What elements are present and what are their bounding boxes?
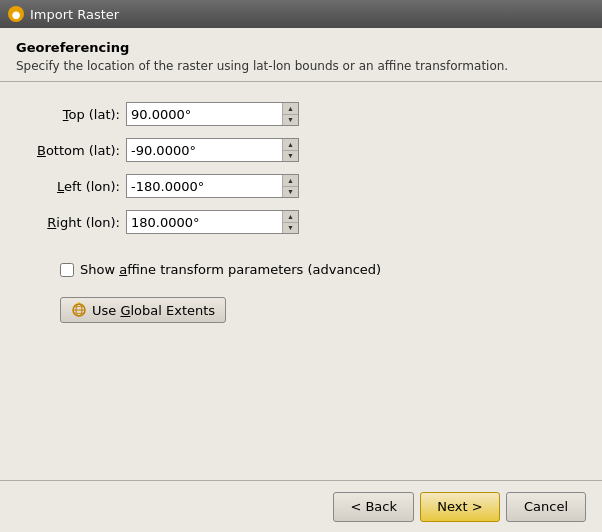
right-lon-spinbox: ▲ ▼ — [126, 210, 299, 234]
footer: < Back Next > Cancel — [0, 480, 602, 532]
use-global-extents-label: Use Global Extents — [92, 303, 215, 318]
left-lon-row: Left (lon): ▲ ▼ — [30, 174, 572, 198]
bottom-lat-up[interactable]: ▲ — [283, 139, 298, 151]
title-bar-text: Import Raster — [30, 7, 119, 22]
dialog-body: Georeferencing Specify the location of t… — [0, 28, 602, 532]
bottom-lat-spinbox: ▲ ▼ — [126, 138, 299, 162]
top-lat-down[interactable]: ▼ — [283, 115, 298, 126]
right-lon-input[interactable] — [127, 211, 282, 233]
app-icon: ● — [8, 6, 24, 22]
left-lon-spinbox: ▲ ▼ — [126, 174, 299, 198]
back-button[interactable]: < Back — [333, 492, 414, 522]
left-lon-down[interactable]: ▼ — [283, 187, 298, 198]
right-lon-row: Right (lon): ▲ ▼ — [30, 210, 572, 234]
section-desc: Specify the location of the raster using… — [16, 59, 586, 73]
left-lon-buttons: ▲ ▼ — [282, 175, 298, 197]
left-lon-label: Left (lon): — [30, 179, 120, 194]
section-title: Georeferencing — [16, 40, 586, 55]
bottom-lat-down[interactable]: ▼ — [283, 151, 298, 162]
bottom-lat-row: Bottom (lat): ▲ ▼ — [30, 138, 572, 162]
bottom-lat-label: Bottom (lat): — [30, 143, 120, 158]
top-lat-spinbox: ▲ ▼ — [126, 102, 299, 126]
right-lon-label: Right (lon): — [30, 215, 120, 230]
next-button[interactable]: Next > — [420, 492, 500, 522]
right-lon-buttons: ▲ ▼ — [282, 211, 298, 233]
svg-marker-3 — [77, 302, 81, 304]
affine-checkbox-label[interactable]: Show affine transform parameters (advanc… — [80, 262, 381, 277]
right-lon-down[interactable]: ▼ — [283, 223, 298, 234]
top-lat-up[interactable]: ▲ — [283, 103, 298, 115]
top-lat-label: Top (lat): — [30, 107, 120, 122]
top-lat-input[interactable] — [127, 103, 282, 125]
bottom-lat-input[interactable] — [127, 139, 282, 161]
right-lon-up[interactable]: ▲ — [283, 211, 298, 223]
top-lat-row: Top (lat): ▲ ▼ — [30, 102, 572, 126]
top-lat-buttons: ▲ ▼ — [282, 103, 298, 125]
affine-checkbox[interactable] — [60, 263, 74, 277]
globe-icon — [71, 302, 87, 318]
next-label: Next > — [437, 499, 482, 514]
title-bar: ● Import Raster — [0, 0, 602, 28]
bottom-lat-buttons: ▲ ▼ — [282, 139, 298, 161]
content-area: Top (lat): ▲ ▼ Bottom (lat): ▲ ▼ L — [0, 82, 602, 480]
cancel-button[interactable]: Cancel — [506, 492, 586, 522]
affine-checkbox-row: Show affine transform parameters (advanc… — [60, 262, 572, 277]
section-header: Georeferencing Specify the location of t… — [0, 28, 602, 82]
left-lon-input[interactable] — [127, 175, 282, 197]
left-lon-up[interactable]: ▲ — [283, 175, 298, 187]
use-global-extents-container: Use Global Extents — [60, 297, 572, 323]
use-global-extents-button[interactable]: Use Global Extents — [60, 297, 226, 323]
